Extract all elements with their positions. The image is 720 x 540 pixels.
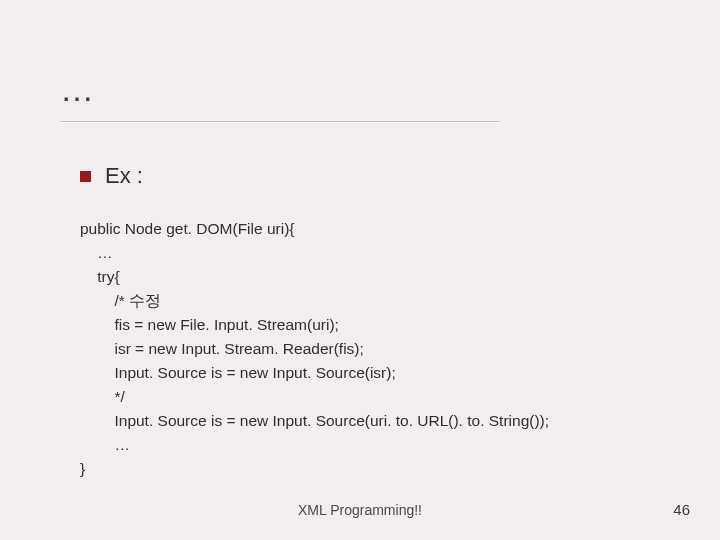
title-underline xyxy=(60,121,500,123)
footer-text: XML Programming!! xyxy=(0,502,720,518)
content-area: Ex : public Node get. DOM(File uri){ … t… xyxy=(60,163,660,481)
square-bullet-icon xyxy=(80,171,91,182)
title-row: … xyxy=(60,70,660,115)
page-number: 46 xyxy=(673,501,690,518)
slide: … Ex : public Node get. DOM(File uri){ …… xyxy=(0,0,720,540)
bullet-item: Ex : xyxy=(80,163,660,189)
slide-title: … xyxy=(60,70,96,115)
bullet-label: Ex : xyxy=(105,163,143,189)
code-block: public Node get. DOM(File uri){ … try{ /… xyxy=(80,217,660,481)
